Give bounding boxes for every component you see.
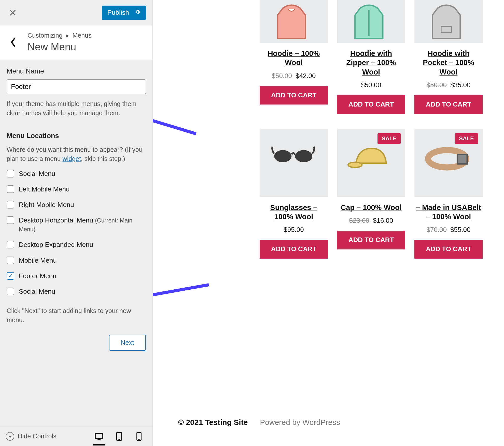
product-image[interactable] [260,0,328,43]
device-mobile-button[interactable] [136,432,145,441]
svg-point-2 [119,439,119,439]
chevron-left-icon [10,37,17,48]
product-title-link[interactable]: Sunglasses – 100% Wool [260,203,328,221]
customizer-sidebar: Publish Customizing ▸ Menus New Menu Men… [0,0,153,446]
breadcrumb-path: Customizing ▸ Menus [27,32,92,39]
checkbox[interactable] [7,170,14,177]
customizer-footer: ◂ Hide Controls [0,426,152,446]
product-price: $70.00$55.00 [426,226,470,234]
location-checkbox-row[interactable]: Right Mobile Menu [7,200,146,209]
menu-locations-heading: Menu Locations [7,132,146,140]
add-to-cart-button[interactable]: ADD TO CART [260,240,328,259]
svg-point-4 [139,439,139,439]
product-card: Hoodie – 100% Wool$50.00$42.00ADD TO CAR… [260,0,328,114]
next-help: Click "Next" to start adding links to yo… [7,306,146,325]
checkbox[interactable] [7,241,14,248]
old-price: $50.00 [272,72,292,80]
widget-link[interactable]: widget [63,155,81,162]
product-card: Hoodie with Zipper – 100% Wool$50.00ADD … [337,0,405,114]
product-title-link[interactable]: Cap – 100% Wool [340,203,403,212]
product-title-link[interactable]: Hoodie with Pocket – 100% Wool [414,49,483,77]
hide-controls-label: Hide Controls [18,433,56,440]
add-to-cart-button[interactable]: ADD TO CART [414,95,483,114]
product-card: SALECap – 100% Wool$23.00$16.00ADD TO CA… [337,129,405,259]
preview-pane: Hoodie – 100% Wool$50.00$42.00ADD TO CAR… [153,0,504,446]
menu-locations-help: Where do you want this menu to appear? (… [7,145,146,163]
checkbox[interactable] [7,201,14,209]
checkbox-label: Right Mobile Menu [19,200,74,209]
mobile-icon [136,432,142,441]
checkbox[interactable] [7,257,14,264]
checkbox-label: Social Menu [19,169,55,178]
checkbox-label: Desktop Expanded Menu [19,240,93,249]
current-price: $50.00 [361,81,381,89]
svg-rect-0 [95,433,103,438]
location-checkbox-row[interactable]: Left Mobile Menu [7,185,146,194]
device-tablet-button[interactable] [115,432,124,441]
add-to-cart-button[interactable]: ADD TO CART [260,86,328,105]
publish-button[interactable]: Publish [102,6,146,20]
product-title-link[interactable]: – Made in USABelt – 100% Wool [414,203,483,221]
next-button[interactable]: Next [109,335,146,351]
product-image[interactable]: SALE [414,129,483,197]
product-price: $50.00$35.00 [426,81,470,89]
site-footer: © 2021 Testing Site Powered by WordPress [153,418,504,427]
menu-locations-list: Social Menu Left Mobile Menu Right Mobil… [7,169,146,296]
checkbox-label: Left Mobile Menu [19,185,69,194]
annotation-arrow-1 [153,76,201,137]
location-checkbox-row[interactable]: Social Menu [7,287,146,296]
add-to-cart-button[interactable]: ADD TO CART [337,231,405,249]
checkbox[interactable] [7,216,14,224]
close-button[interactable] [7,7,19,19]
add-to-cart-button[interactable]: ADD TO CART [337,95,405,114]
product-image[interactable]: SALE [337,129,405,197]
location-checkbox-row[interactable]: ✓Footer Menu [7,272,146,280]
device-desktop-button[interactable] [94,432,104,441]
checkbox-label: Footer Menu [19,272,56,280]
old-price: $70.00 [426,226,447,234]
product-grid: Hoodie – 100% Wool$50.00$42.00ADD TO CAR… [260,0,484,259]
publish-label: Publish [107,9,129,17]
location-checkbox-row[interactable]: Desktop Horizontal Menu (Current: Main M… [7,216,146,234]
breadcrumb-section: Menus [72,32,91,39]
menu-name-input[interactable] [7,79,146,94]
customizer-body: Menu Name If your theme has multiple men… [0,60,152,426]
location-checkbox-row[interactable]: Desktop Expanded Menu [7,240,146,249]
product-price: $23.00$16.00 [349,217,393,225]
gear-icon [135,9,140,16]
sunglasses-icon [270,143,318,182]
product-card: Hoodie with Pocket – 100% Wool$50.00$35.… [414,0,483,114]
menu-name-label: Menu Name [7,67,146,75]
powered-by-text[interactable]: Powered by WordPress [260,418,340,427]
location-checkbox-row[interactable]: Mobile Menu [7,256,146,265]
add-to-cart-button[interactable]: ADD TO CART [414,240,483,259]
back-button[interactable] [5,31,21,53]
checkbox-label: Social Menu [19,287,55,296]
menu-name-help: If your theme has multiple menus, giving… [7,99,146,118]
product-image[interactable] [337,0,405,43]
current-price: $95.00 [284,226,304,234]
product-price: $50.00 [361,81,381,89]
belt-icon [425,143,472,182]
location-checkbox-row[interactable]: Social Menu [7,169,146,178]
hoodie-grey-icon [425,4,472,43]
hide-controls-button[interactable]: ◂ Hide Controls [6,432,56,441]
chevron-right-icon: ▸ [66,32,69,39]
breadcrumb-row: Customizing ▸ Menus New Menu [0,25,152,60]
sale-badge: SALE [377,133,401,144]
checkbox[interactable] [7,288,14,295]
checkbox[interactable] [7,185,14,193]
sale-badge: SALE [455,133,478,144]
product-image[interactable] [260,129,328,197]
checkbox-label: Mobile Menu [19,256,57,265]
old-price: $50.00 [426,81,447,89]
tablet-icon [115,432,123,441]
product-price: $50.00$42.00 [272,72,316,80]
product-title-link[interactable]: Hoodie – 100% Wool [260,49,328,67]
current-price: $42.00 [296,72,316,80]
checkbox[interactable]: ✓ [7,272,14,280]
product-image[interactable] [414,0,483,43]
product-title-link[interactable]: Hoodie with Zipper – 100% Wool [337,49,405,77]
customizer-header: Publish [0,0,152,25]
current-price: $55.00 [450,226,471,234]
